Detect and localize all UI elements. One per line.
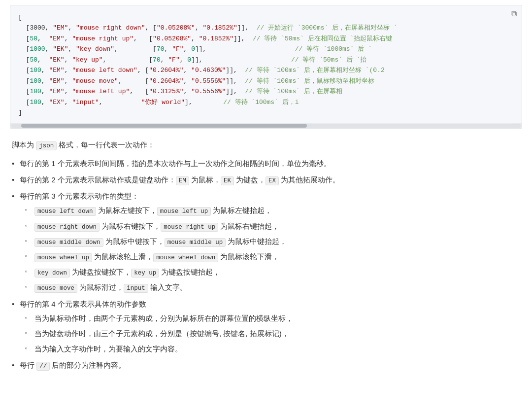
sub-item-3-0: 当为鼠标动作时，由两个子元素构成，分别为鼠标所在的屏幕位置的横纵坐标， [25, 312, 520, 325]
sub-item-2-4: key down 为键盘按键按下，key up 为键盘按键抬起， [25, 265, 520, 279]
scrollbar-area[interactable] [10, 123, 522, 129]
sub-code-a-2-1: mouse right down [34, 223, 100, 232]
sub-item-2-1: mouse right down 为鼠标右键按下，mouse right up … [25, 219, 520, 233]
main-list-item-1: 每行的第 2 个元素表示鼠标动作或是键盘动作：EM 为鼠标，EK 为键盘，EX … [12, 173, 520, 187]
sub-code-b-2-2: mouse middle up [165, 238, 226, 247]
scrollbar-track [11, 124, 521, 128]
bullet-text-2: 每行的第 3 个元素表示动作的类型： [20, 192, 139, 200]
sub-code-b-2-0: mouse left up [157, 207, 211, 216]
sub-list-2: mouse left down 为鼠标左键按下，mouse left up 为鼠… [25, 204, 520, 294]
ex-code: EX [266, 176, 279, 185]
main-list-item-3: 每行的第 4 个元素表示具体的动作参数当为鼠标动作时，由两个子元素构成，分别为鼠… [12, 297, 520, 355]
bullet-text-3: 每行的第 4 个元素表示具体的动作参数 [20, 300, 146, 308]
sub-code-a-2-4: key down [34, 269, 70, 277]
bullet-text-0: 每行的第 1 个元素表示时间间隔，指的是本次动作与上一次动作之间相隔的时间，单位… [20, 159, 331, 168]
sub-code-a-2-5: mouse move [34, 284, 77, 293]
sub-code-a-2-3: mouse wheel up [34, 253, 92, 262]
code-block: [ [3000, "EM", "mouse right down", ["0.0… [18, 12, 514, 118]
sub-code-b-2-3: mouse wheel down [153, 253, 218, 262]
main-list-item-4: 每行 // 后的部分为注释内容。 [12, 358, 520, 372]
scrollbar-thumb[interactable] [21, 124, 307, 128]
sub-item-3-1: 当为键盘动作时，由三个子元素构成，分别是（按键编号, 按键名, 拓展标记)， [25, 327, 520, 341]
code-scroll-area[interactable]: [ [3000, "EM", "mouse right down", ["0.0… [10, 5, 522, 123]
sub-code-b-2-5: input [124, 284, 148, 293]
sub-item-2-0: mouse left down 为鼠标左键按下，mouse left up 为鼠… [25, 204, 520, 217]
comment-code: // [36, 362, 50, 371]
sub-list-3: 当为鼠标动作时，由两个子元素构成，分别为鼠标所在的屏幕位置的横纵坐标，当为键盘动… [25, 312, 520, 355]
sub-item-2-3: mouse wheel up 为鼠标滚轮上滑，mouse wheel down … [25, 250, 520, 264]
desc-lead: 脚本为 json 格式，每一行代表一次动作： [12, 138, 520, 152]
sub-item-2-2: mouse middle down 为鼠标中键按下，mouse middle u… [25, 235, 520, 248]
code-block-wrapper: ⧉ [ [3000, "EM", "mouse right down", ["0… [10, 5, 522, 129]
copy-button[interactable]: ⧉ [511, 9, 517, 18]
em-code: EM [176, 176, 189, 185]
sub-code-a-2-0: mouse left down [34, 207, 96, 216]
sub-item-2-5: mouse move 为鼠标滑过，input 输入文字。 [25, 280, 520, 294]
page-container: ⧉ [ [3000, "EM", "mouse right down", ["0… [0, 0, 532, 390]
description: 脚本为 json 格式，每一行代表一次动作： 每行的第 1 个元素表示时间间隔，… [10, 138, 522, 372]
sub-code-a-2-2: mouse middle down [34, 238, 103, 247]
ek-code: EK [221, 176, 234, 185]
sub-code-b-2-4: key up [131, 269, 159, 277]
sub-code-b-2-1: mouse right up [161, 223, 218, 232]
main-list: 每行的第 1 个元素表示时间间隔，指的是本次动作与上一次动作之间相隔的时间，单位… [12, 157, 520, 372]
json-inline-code: json [36, 141, 57, 150]
main-list-item-2: 每行的第 3 个元素表示动作的类型：mouse left down 为鼠标左键按… [12, 189, 520, 294]
main-list-item-0: 每行的第 1 个元素表示时间间隔，指的是本次动作与上一次动作之间相隔的时间，单位… [12, 157, 520, 170]
sub-item-3-2: 当为输入文字动作时，为要输入的文字内容。 [25, 342, 520, 356]
